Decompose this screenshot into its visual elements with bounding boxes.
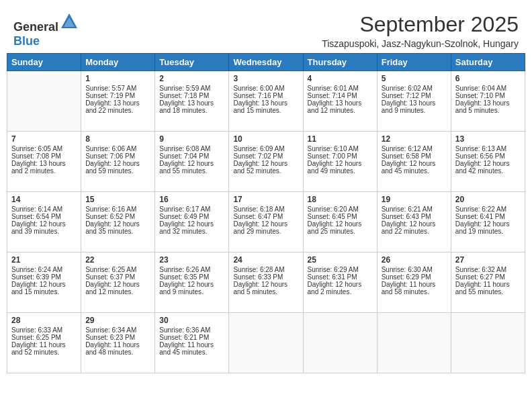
day-info: Sunset: 7:00 PM bbox=[308, 152, 373, 160]
calendar-week-5: 28Sunrise: 6:33 AMSunset: 6:25 PMDayligh… bbox=[7, 313, 525, 373]
day-info: and 45 minutes. bbox=[159, 349, 224, 356]
day-info: Sunset: 6:47 PM bbox=[233, 213, 298, 220]
calendar-cell: 27Sunrise: 6:32 AMSunset: 6:27 PMDayligh… bbox=[451, 253, 525, 313]
calendar-header-tuesday: Tuesday bbox=[155, 54, 229, 71]
day-number: 12 bbox=[382, 134, 447, 144]
day-info: Daylight: 13 hours bbox=[233, 99, 298, 107]
calendar-cell: 26Sunrise: 6:30 AMSunset: 6:29 PMDayligh… bbox=[377, 253, 451, 313]
calendar-cell: 24Sunrise: 6:28 AMSunset: 6:33 PMDayligh… bbox=[229, 253, 303, 313]
day-number: 27 bbox=[455, 255, 521, 265]
calendar-header-sunday: Sunday bbox=[7, 54, 81, 71]
day-info: Sunrise: 6:17 AM bbox=[159, 205, 224, 213]
day-info: and 25 minutes. bbox=[308, 228, 373, 235]
day-info: and 15 minutes. bbox=[11, 288, 77, 295]
day-info: Sunset: 7:06 PM bbox=[85, 152, 150, 160]
day-info: Sunset: 6:37 PM bbox=[85, 273, 150, 281]
day-info: Daylight: 12 hours bbox=[159, 160, 224, 167]
day-number: 17 bbox=[233, 195, 298, 204]
day-info: and 35 minutes. bbox=[85, 228, 150, 235]
day-info: and 5 minutes. bbox=[233, 288, 298, 295]
calendar-header-thursday: Thursday bbox=[303, 54, 377, 71]
calendar-cell bbox=[377, 313, 451, 373]
day-info: Sunrise: 6:33 AM bbox=[11, 326, 77, 334]
calendar-week-4: 21Sunrise: 6:24 AMSunset: 6:39 PMDayligh… bbox=[7, 253, 525, 313]
calendar-cell: 9Sunrise: 6:08 AMSunset: 7:04 PMDaylight… bbox=[155, 132, 229, 192]
calendar-cell: 5Sunrise: 6:02 AMSunset: 7:12 PMDaylight… bbox=[377, 71, 451, 132]
day-info: Daylight: 11 hours bbox=[159, 341, 224, 349]
day-info: Sunrise: 6:30 AM bbox=[382, 266, 447, 273]
day-info: Daylight: 13 hours bbox=[11, 160, 77, 167]
day-info: and 22 minutes. bbox=[382, 228, 447, 235]
logo-general: General bbox=[13, 20, 58, 34]
day-info: and 12 minutes. bbox=[85, 288, 150, 295]
day-info: Daylight: 12 hours bbox=[455, 160, 521, 167]
day-info: Sunset: 6:35 PM bbox=[159, 273, 224, 281]
day-info: Sunrise: 6:06 AM bbox=[85, 145, 150, 152]
day-info: Sunset: 6:29 PM bbox=[382, 273, 447, 281]
day-info: Sunrise: 6:01 AM bbox=[308, 85, 373, 92]
day-info: Sunrise: 6:09 AM bbox=[233, 145, 298, 152]
calendar-header-monday: Monday bbox=[81, 54, 155, 71]
day-info: Daylight: 12 hours bbox=[11, 281, 77, 288]
day-info: Daylight: 11 hours bbox=[11, 341, 77, 349]
day-info: Sunset: 6:41 PM bbox=[455, 213, 521, 220]
calendar-cell: 25Sunrise: 6:29 AMSunset: 6:31 PMDayligh… bbox=[303, 253, 377, 313]
calendar-cell bbox=[229, 313, 303, 373]
month-title: September 2025 bbox=[322, 12, 519, 37]
calendar-cell: 10Sunrise: 6:09 AMSunset: 7:02 PMDayligh… bbox=[229, 132, 303, 192]
day-info: and 49 minutes. bbox=[308, 167, 373, 175]
day-info: Sunrise: 6:21 AM bbox=[382, 205, 447, 213]
day-info: Sunset: 6:56 PM bbox=[455, 152, 521, 160]
day-info: and 32 minutes. bbox=[159, 228, 224, 235]
day-info: and 5 minutes. bbox=[455, 107, 521, 114]
day-number: 23 bbox=[159, 255, 224, 265]
day-info: Daylight: 12 hours bbox=[85, 160, 150, 167]
page-header: General Blue September 2025 Tiszapuspoki… bbox=[7, 7, 525, 49]
calendar-cell: 19Sunrise: 6:21 AMSunset: 6:43 PMDayligh… bbox=[377, 192, 451, 253]
day-info: and 52 minutes. bbox=[11, 349, 77, 356]
day-number: 8 bbox=[85, 134, 150, 144]
day-number: 14 bbox=[11, 195, 77, 204]
day-number: 20 bbox=[455, 195, 521, 204]
calendar-cell: 20Sunrise: 6:22 AMSunset: 6:41 PMDayligh… bbox=[451, 192, 525, 253]
logo-blue: Blue bbox=[13, 34, 40, 48]
day-info: Sunrise: 6:32 AM bbox=[455, 266, 521, 273]
day-info: Sunrise: 6:26 AM bbox=[159, 266, 224, 273]
day-info: and 12 minutes. bbox=[308, 107, 373, 114]
calendar-cell: 6Sunrise: 6:04 AMSunset: 7:10 PMDaylight… bbox=[451, 71, 525, 132]
day-info: and 15 minutes. bbox=[233, 107, 298, 114]
day-info: and 9 minutes. bbox=[382, 107, 447, 114]
day-number: 5 bbox=[382, 74, 447, 83]
day-info: and 55 minutes. bbox=[159, 167, 224, 175]
calendar-cell bbox=[303, 313, 377, 373]
day-info: Sunset: 6:45 PM bbox=[308, 213, 373, 220]
day-info: Sunrise: 6:25 AM bbox=[85, 266, 150, 273]
day-info: Daylight: 12 hours bbox=[159, 220, 224, 228]
day-info: Daylight: 12 hours bbox=[308, 160, 373, 167]
day-info: Sunrise: 5:57 AM bbox=[85, 85, 150, 92]
day-info: Sunrise: 5:59 AM bbox=[159, 85, 224, 92]
day-info: Sunrise: 6:24 AM bbox=[11, 266, 77, 273]
day-info: Daylight: 12 hours bbox=[382, 220, 447, 228]
day-number: 21 bbox=[11, 255, 77, 265]
day-number: 10 bbox=[233, 134, 298, 144]
day-info: Sunrise: 6:28 AM bbox=[233, 266, 298, 273]
calendar-header-wednesday: Wednesday bbox=[229, 54, 303, 71]
day-number: 2 bbox=[159, 74, 224, 83]
day-info: Sunrise: 6:05 AM bbox=[11, 145, 77, 152]
day-info: Daylight: 12 hours bbox=[85, 220, 150, 228]
day-number: 6 bbox=[455, 74, 521, 83]
day-info: Sunset: 6:25 PM bbox=[11, 334, 77, 341]
calendar-cell: 16Sunrise: 6:17 AMSunset: 6:49 PMDayligh… bbox=[155, 192, 229, 253]
day-info: and 55 minutes. bbox=[455, 288, 521, 295]
day-info: Sunrise: 6:10 AM bbox=[308, 145, 373, 152]
day-info: Daylight: 12 hours bbox=[382, 160, 447, 167]
day-info: Sunrise: 6:29 AM bbox=[308, 266, 373, 273]
calendar-cell: 29Sunrise: 6:34 AMSunset: 6:23 PMDayligh… bbox=[81, 313, 155, 373]
calendar-cell: 15Sunrise: 6:16 AMSunset: 6:52 PMDayligh… bbox=[81, 192, 155, 253]
day-number: 25 bbox=[308, 255, 373, 265]
day-info: Sunrise: 6:08 AM bbox=[159, 145, 224, 152]
day-info: Sunset: 6:21 PM bbox=[159, 334, 224, 341]
day-info: Sunset: 7:08 PM bbox=[11, 152, 77, 160]
day-number: 28 bbox=[11, 316, 77, 325]
